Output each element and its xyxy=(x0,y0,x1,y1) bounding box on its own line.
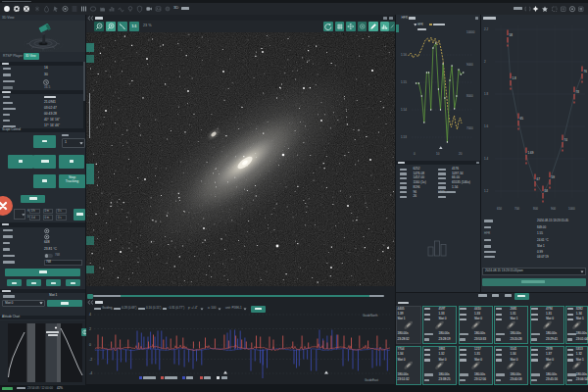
svg-text:1.2: 1.2 xyxy=(484,189,489,193)
svg-text:7000: 7000 xyxy=(466,126,473,130)
svg-text:58: 58 xyxy=(545,189,549,193)
svg-text:20: 20 xyxy=(459,152,463,156)
svg-text:58: 58 xyxy=(510,33,514,37)
svg-text:10: 10 xyxy=(436,152,440,156)
svg-text:0: 0 xyxy=(414,152,416,156)
svg-text:2: 2 xyxy=(89,327,91,331)
svg-text:800: 800 xyxy=(533,207,538,211)
svg-text:59: 59 xyxy=(552,175,556,179)
svg-text:1.8: 1.8 xyxy=(513,76,517,80)
svg-text:1.56: 1.56 xyxy=(401,53,407,57)
svg-text:65: 65 xyxy=(520,117,524,121)
svg-text:1.8: 1.8 xyxy=(484,92,489,96)
svg-text:74: 74 xyxy=(564,138,568,142)
svg-text:1.6: 1.6 xyxy=(484,124,489,128)
svg-text:78: 78 xyxy=(576,90,580,94)
svg-text:-4: -4 xyxy=(89,371,92,375)
svg-text:4: 4 xyxy=(89,313,91,317)
svg-text:8000: 8000 xyxy=(466,94,473,98)
svg-text:900: 900 xyxy=(551,207,556,211)
svg-text:1.4: 1.4 xyxy=(484,157,489,161)
svg-text:650: 650 xyxy=(497,207,502,211)
svg-text:700: 700 xyxy=(514,207,519,211)
svg-text:2: 2 xyxy=(484,60,486,64)
svg-text:2.2: 2.2 xyxy=(484,27,489,31)
svg-text:1000: 1000 xyxy=(568,207,575,211)
svg-text:0: 0 xyxy=(89,343,91,347)
svg-text:10000: 10000 xyxy=(466,30,475,34)
svg-text:1.69: 1.69 xyxy=(528,151,534,155)
svg-text:9000: 9000 xyxy=(466,63,473,67)
svg-text:1.55: 1.55 xyxy=(401,80,407,84)
svg-text:67: 67 xyxy=(537,177,541,181)
svg-text:1.53: 1.53 xyxy=(401,135,407,139)
svg-text:76: 76 xyxy=(584,70,588,74)
svg-text:1.54: 1.54 xyxy=(401,108,407,112)
svg-text:-2: -2 xyxy=(89,358,92,362)
